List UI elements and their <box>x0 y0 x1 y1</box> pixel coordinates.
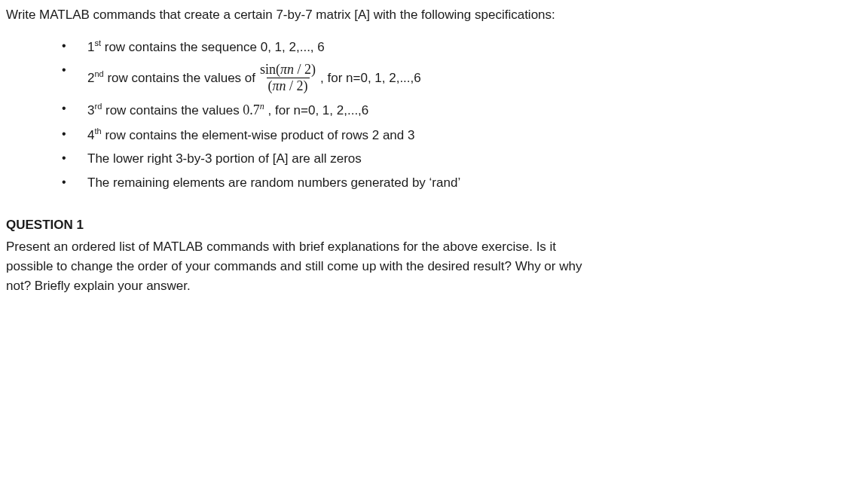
spec-row6: The remaining elements are random number… <box>62 174 859 192</box>
spec-row3-sup: rd <box>94 102 102 111</box>
spec-row4-post: row contains the element-wise product of… <box>102 127 415 142</box>
spec-row2: 2nd row contains the values of sin(πn / … <box>62 62 859 93</box>
spec-row1: 1st row contains the sequence 0, 1, 2,..… <box>62 38 859 56</box>
spec-row4-sup: th <box>94 127 101 136</box>
spec-row2-numerator: sin(πn / 2) <box>258 62 317 78</box>
intro-text: Write MATLAB commands that create a cert… <box>6 6 859 24</box>
spec-row2-mid: row contains the values of <box>104 71 255 85</box>
spec-row2-fraction: sin(πn / 2) (πn / 2) <box>258 62 317 93</box>
spec-row3: 3rd row contains the values 0.7n , for n… <box>62 100 859 120</box>
spec-row2-post: , for n=0, 1, 2,...,6 <box>320 69 421 87</box>
spec-row3-math: 0.7n <box>243 102 264 117</box>
question-heading: QUESTION 1 <box>6 216 859 234</box>
spec-row1-post: row contains the sequence 0, 1, 2,..., 6 <box>101 39 325 53</box>
spec-row3-mid: row contains the values <box>102 103 243 117</box>
spec-row2-sup: nd <box>94 69 103 78</box>
spec-row3-post: , for n=0, 1, 2,...,6 <box>264 103 368 117</box>
question-body: Present an ordered list of MATLAB comman… <box>6 237 859 297</box>
spec-list: 1st row contains the sequence 0, 1, 2,..… <box>62 38 859 192</box>
spec-row5: The lower right 3-by-3 portion of [A] ar… <box>62 150 859 168</box>
question-block: QUESTION 1 Present an ordered list of MA… <box>9 216 859 297</box>
spec-row4: 4th row contains the element-wise produc… <box>62 126 859 144</box>
spec-row2-denominator: (πn / 2) <box>267 78 310 94</box>
spec-row1-sup: st <box>94 38 101 47</box>
